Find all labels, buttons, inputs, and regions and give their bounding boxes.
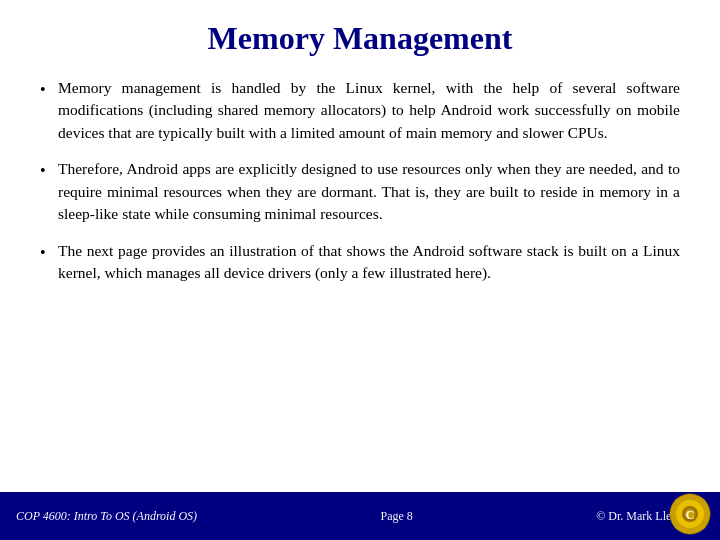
svg-rect-3: [688, 529, 692, 534]
footer-course: COP 4600: Intro To OS (Android OS): [16, 509, 197, 524]
slide: Memory Management • Memory management is…: [0, 0, 720, 540]
slide-title: Memory Management: [40, 20, 680, 57]
bullet-marker-2: •: [40, 159, 58, 182]
bullet-text-1: Memory management is handled by the Linu…: [58, 77, 680, 144]
bullet-list: • Memory management is handled by the Li…: [40, 77, 680, 285]
footer-icon: C: [668, 492, 712, 536]
bullet-item-1: • Memory management is handled by the Li…: [40, 77, 680, 144]
bullet-item-3: • The next page provides an illustration…: [40, 240, 680, 285]
main-content: Memory Management • Memory management is…: [0, 0, 720, 492]
svg-rect-4: [670, 512, 675, 516]
bullet-marker-1: •: [40, 78, 58, 101]
bullet-marker-3: •: [40, 241, 58, 264]
bullet-text-3: The next page provides an illustration o…: [58, 240, 680, 285]
footer-page: Page 8: [381, 509, 413, 524]
bullet-item-2: • Therefore, Android apps are explicitly…: [40, 158, 680, 225]
svg-rect-2: [688, 494, 692, 499]
bullet-text-2: Therefore, Android apps are explicitly d…: [58, 158, 680, 225]
svg-rect-5: [705, 512, 710, 516]
footer-bar: COP 4600: Intro To OS (Android OS) Page …: [0, 492, 720, 540]
svg-text:C: C: [686, 508, 695, 522]
